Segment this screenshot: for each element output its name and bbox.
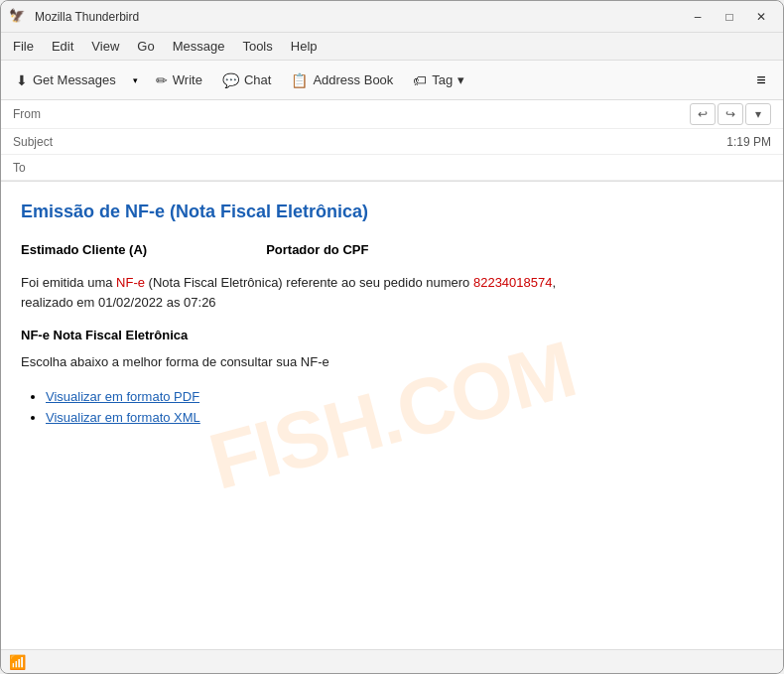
tag-dropdown-arrow: ▾ [457,72,464,87]
window-title: Mozilla Thunderbird [35,10,684,24]
menu-edit[interactable]: Edit [44,36,81,57]
window-controls: – □ ✕ [684,7,775,27]
address-book-icon: 📋 [291,72,308,88]
menu-view[interactable]: View [83,36,127,57]
email-header: From ↩ ↪ ▾ Subject 1:19 PM To [1,100,783,182]
paragraph-line2: realizado em 01/02/2022 as 07:26 [21,295,216,310]
section-title: NF-e Nota Fiscal Eletrônica [21,328,763,342]
email-body: FISH.COM Emissão de NF-e (Nota Fiscal El… [1,182,783,649]
email-instruction: Escolha abaixo a melhor forma de consult… [21,354,763,369]
maximize-button[interactable]: □ [716,7,743,27]
minimize-button[interactable]: – [684,7,712,27]
email-content: Emissão de NF-e (Nota Fiscal Eletrônica)… [21,202,763,425]
paragraph-after-nfe: (Nota Fiscal Eletrônica) referente ao se… [145,275,473,290]
chat-button[interactable]: 💬 Chat [213,67,280,94]
email-time: 1:19 PM [726,135,771,149]
write-icon: ✏ [156,72,168,88]
xml-link[interactable]: Visualizar em formato XML [46,410,200,425]
main-window: 🦅 Mozilla Thunderbird – □ ✕ File Edit Vi… [0,0,784,674]
get-messages-icon: ⬇ [16,72,28,88]
email-links-list: Visualizar em formato PDF Visualizar em … [21,389,763,425]
email-title: Emissão de NF-e (Nota Fiscal Eletrônica) [21,202,763,222]
toolbar: ⬇ Get Messages ▾ ✏ Write 💬 Chat 📋 Addres… [1,61,783,100]
menu-file[interactable]: File [5,36,42,57]
email-paragraph-1: Foi emitida uma NF-e (Nota Fiscal Eletrô… [21,273,763,312]
get-messages-dropdown[interactable]: ▾ [127,66,145,95]
subject-label: Subject [13,135,63,149]
to-row: To [1,155,783,181]
hamburger-menu-button[interactable]: ≡ [745,66,777,95]
write-label: Write [173,72,202,87]
order-number: 82234018574 [473,275,553,290]
tag-label: Tag [432,72,453,87]
paragraph-before-nfe: Foi emitida uma [21,275,116,290]
address-book-button[interactable]: 📋 Address Book [282,67,402,94]
greeting-left: Estimado Cliente (A) [21,242,147,257]
menu-go[interactable]: Go [129,36,162,57]
address-book-label: Address Book [313,72,393,87]
get-messages-label: Get Messages [33,72,116,87]
header-action-buttons: ↩ ↪ ▾ [690,103,771,125]
from-label: From [13,107,63,121]
paragraph-end: , [552,275,556,290]
reply-button[interactable]: ↩ [690,103,716,125]
nfe-text: NF-e [116,275,145,290]
chat-icon: 💬 [222,72,239,88]
subject-row: Subject 1:19 PM [1,129,783,155]
write-button[interactable]: ✏ Write [147,67,211,94]
tag-button[interactable]: 🏷 Tag ▾ [404,67,473,94]
from-row: From ↩ ↪ ▾ [1,100,783,129]
wifi-icon: 📶 [9,654,26,670]
pdf-link[interactable]: Visualizar em formato PDF [46,389,199,404]
app-icon: 🦅 [9,8,27,26]
tag-icon: 🏷 [413,72,427,88]
greeting-right: Portador do CPF [266,242,368,257]
list-item: Visualizar em formato PDF [46,389,763,404]
status-bar: 📶 [1,649,783,673]
to-label: To [13,161,63,175]
menu-bar: File Edit View Go Message Tools Help [1,33,783,61]
close-button[interactable]: ✕ [747,7,775,27]
chat-label: Chat [244,72,271,87]
menu-help[interactable]: Help [283,36,326,57]
list-item: Visualizar em formato XML [46,410,763,425]
title-bar: 🦅 Mozilla Thunderbird – □ ✕ [1,1,783,33]
greeting-row: Estimado Cliente (A) Portador do CPF [21,242,763,257]
forward-button[interactable]: ↪ [718,103,743,125]
get-messages-button[interactable]: ⬇ Get Messages [7,67,125,94]
menu-message[interactable]: Message [165,36,233,57]
menu-tools[interactable]: Tools [234,36,280,57]
more-button[interactable]: ▾ [745,103,771,125]
